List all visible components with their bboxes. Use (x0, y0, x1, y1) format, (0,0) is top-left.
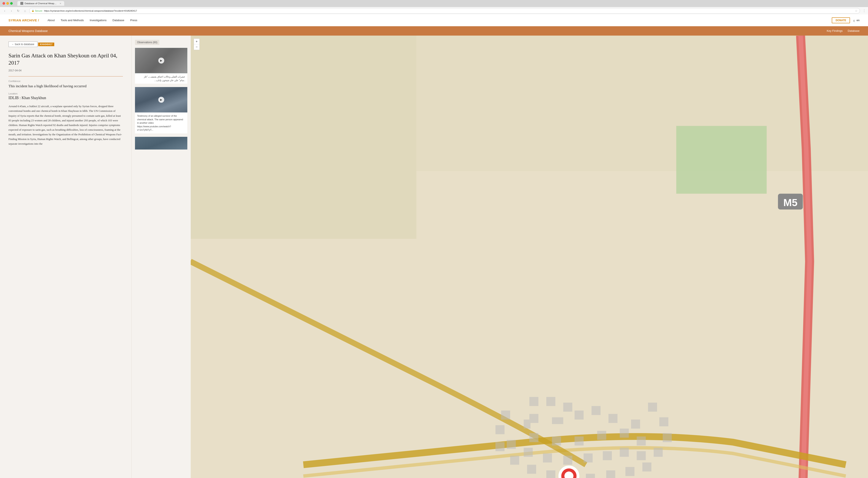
nav-link-about[interactable]: About (48, 19, 55, 22)
subnav-item-keyfindings[interactable]: Key Findings (827, 29, 843, 33)
svg-rect-39 (586, 474, 595, 478)
incident-date: 2017-04-04 (8, 69, 123, 72)
obs-thumbnail-1[interactable]: ▶ (135, 48, 187, 73)
divider (8, 76, 123, 76)
nav-item-tools[interactable]: Tools and Methods (61, 19, 84, 22)
svg-rect-25 (584, 453, 593, 463)
lang-ar[interactable]: ع (854, 19, 855, 22)
back-to-database-link[interactable]: ← back to database (8, 41, 37, 47)
bookmark-icon[interactable]: ☆ (855, 9, 858, 12)
svg-rect-10 (552, 417, 563, 424)
svg-rect-32 (648, 403, 657, 412)
svg-rect-21 (637, 437, 646, 446)
minimize-button[interactable] (6, 2, 9, 5)
svg-rect-28 (524, 448, 533, 457)
article-panel: ← back to database KHA040417 Sarin Gas A… (0, 36, 131, 478)
observation-card-2[interactable]: ▶ Testimony of an alleged survivor of th… (135, 87, 187, 133)
language-switcher: ع en (854, 19, 860, 22)
obs-caption-2: Testimony of an alleged survivor of the … (135, 113, 187, 133)
subnav-link-keyfindings[interactable]: Key Findings (827, 29, 843, 32)
zoom-out-button[interactable]: − (194, 44, 199, 50)
confidence-text: This incident has a high likelihood of h… (8, 84, 123, 89)
svg-rect-44 (495, 442, 504, 451)
nav-link-tools[interactable]: Tools and Methods (61, 19, 84, 22)
url-text: https://syrianarchive.org/en/collections… (44, 9, 137, 12)
nav-item-press[interactable]: Press (130, 19, 137, 22)
main-layout: ← back to database KHA040417 Sarin Gas A… (0, 36, 868, 478)
svg-rect-9 (529, 414, 538, 423)
forward-button[interactable]: › (9, 8, 14, 13)
svg-rect-18 (529, 433, 538, 442)
nav-item-investigations[interactable]: Investigations (90, 19, 106, 22)
svg-rect-38 (606, 470, 615, 478)
browser-tab[interactable]: Database of Chemical Weap… ✕ (18, 1, 64, 6)
svg-rect-41 (546, 470, 555, 478)
svg-rect-24 (603, 451, 612, 460)
play-button-1[interactable]: ▶ (158, 58, 164, 64)
svg-rect-20 (631, 419, 640, 429)
refresh-button[interactable]: ↻ (16, 8, 21, 13)
brand[interactable]: SYRIAN ARCHIVE / (8, 19, 39, 22)
close-button[interactable] (3, 2, 5, 5)
browser-chrome: Database of Chemical Weap… ✕ ‹ › ↻ ⌂ 🔒 S… (0, 0, 868, 14)
secure-label: Secure (35, 9, 42, 12)
obs-thumbnail-2[interactable]: ▶ (135, 87, 187, 113)
incident-id-tag: KHA040417 (38, 42, 54, 46)
home-button[interactable]: ⌂ (23, 8, 28, 13)
observation-card-3[interactable] (135, 137, 187, 150)
svg-text:M5: M5 (783, 197, 798, 208)
svg-rect-16 (575, 437, 584, 446)
svg-rect-36 (642, 463, 651, 472)
confidence-label: Confidence: (8, 80, 123, 83)
svg-rect-6 (529, 397, 538, 406)
nav-link-press[interactable]: Press (130, 19, 137, 22)
svg-rect-12 (591, 406, 600, 415)
map-zoom-controls: + − (194, 38, 199, 50)
svg-rect-22 (637, 451, 646, 460)
incident-title: Sarin Gas Attack on Khan Sheykoun on Apr… (8, 52, 123, 66)
back-button[interactable]: ‹ (2, 8, 7, 13)
observations-panel: Observations (60) ▶ عشرات القتلى وحالات … (131, 36, 191, 478)
observations-header: Observations (60) (135, 40, 159, 45)
subnav-links: Key Findings Database (827, 29, 860, 33)
subnav-title: Chemical Weapons Database (8, 29, 48, 33)
obs-thumbnail-3[interactable] (135, 137, 187, 150)
svg-rect-17 (552, 437, 561, 446)
nav-link-investigations[interactable]: Investigations (90, 19, 106, 22)
svg-rect-3 (676, 126, 767, 194)
secure-icon: 🔒 (32, 9, 34, 12)
zoom-in-button[interactable]: + (194, 39, 199, 44)
top-nav: SYRIAN ARCHIVE / About Tools and Methods… (0, 14, 868, 26)
tab-close-icon[interactable]: ✕ (60, 2, 61, 5)
svg-rect-19 (524, 419, 530, 429)
nav-right: DONATE ع en (832, 18, 860, 23)
browser-titlebar: Database of Chemical Weap… ✕ (0, 0, 868, 7)
donate-button[interactable]: DONATE (832, 18, 850, 23)
svg-rect-43 (510, 456, 519, 465)
svg-rect-26 (563, 456, 572, 465)
tab-title: Database of Chemical Weap… (25, 2, 57, 5)
map-panel[interactable]: + − (191, 36, 868, 478)
svg-rect-13 (609, 414, 618, 423)
lang-en[interactable]: en (857, 19, 860, 22)
subnav-link-database[interactable]: Database (848, 29, 860, 32)
play-button-2[interactable]: ▶ (158, 97, 164, 103)
app-wrapper: SYRIAN ARCHIVE / About Tools and Methods… (0, 14, 868, 478)
svg-rect-8 (563, 403, 572, 412)
svg-rect-30 (495, 425, 504, 434)
svg-rect-34 (663, 433, 672, 442)
obs-caption-1: عشرات القتلى وحالات اختناق بقصف بـ "غاز … (135, 73, 187, 84)
nav-link-database[interactable]: Database (113, 19, 124, 22)
tab-favicon (20, 2, 23, 5)
nav-item-database[interactable]: Database (113, 19, 124, 22)
address-bar[interactable]: 🔒 Secure https://syrianarchive.org/en/co… (29, 8, 860, 13)
nav-links: About Tools and Methods Investigations D… (48, 19, 832, 22)
description-text: Around 6:45am, a Sukhoi 22 aircraft, a w… (8, 104, 123, 146)
nav-item-about[interactable]: About (48, 19, 55, 22)
map-svg: M5 M5 خان شيخون (191, 36, 868, 478)
maximize-button[interactable] (10, 2, 13, 5)
subnav-item-database[interactable]: Database (848, 29, 860, 33)
svg-rect-35 (654, 448, 663, 457)
svg-rect-11 (575, 410, 584, 419)
observation-card-1[interactable]: ▶ عشرات القتلى وحالات اختناق بقصف بـ "غا… (135, 48, 187, 84)
